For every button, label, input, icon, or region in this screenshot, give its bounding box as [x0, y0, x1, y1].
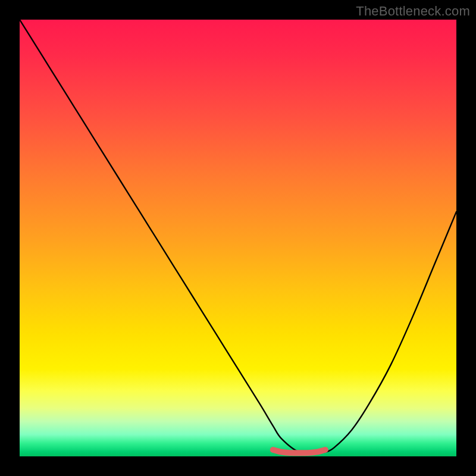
- chart-frame: [20, 20, 456, 456]
- chart-background-gradient: [20, 20, 456, 456]
- watermark-text: TheBottleneck.com: [356, 4, 470, 19]
